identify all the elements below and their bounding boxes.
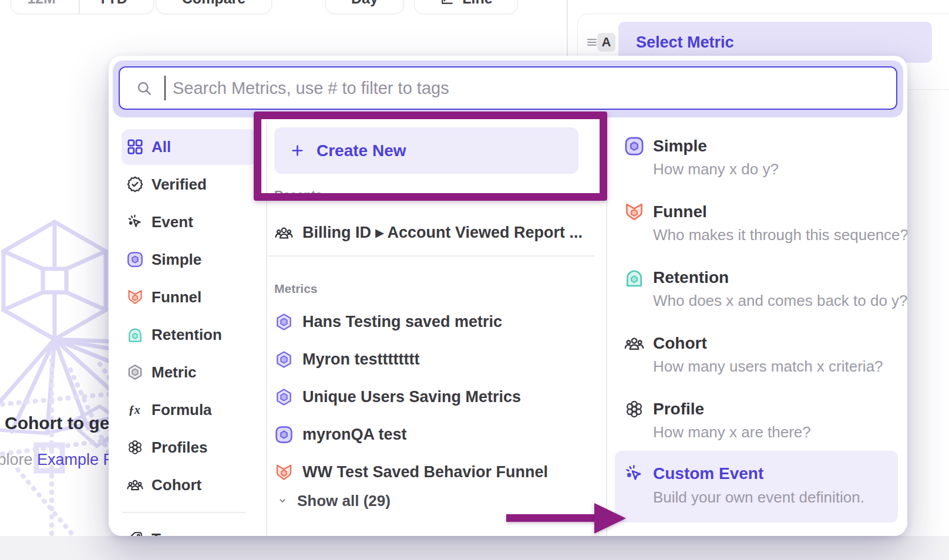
sidebar-item-label: Profiles (152, 438, 207, 457)
date-range-segmented-control: 12M YTD (11, 0, 154, 14)
sidebar-item-label: Verified (152, 176, 207, 194)
sidebar-item-verified[interactable]: Verified (126, 174, 207, 194)
verified-seal-icon (126, 176, 144, 193)
sidebar-item-cohort[interactable]: Cohort (126, 475, 201, 495)
sidebar-item-label: Simple (152, 251, 201, 269)
chart-type-line-label: Line (462, 0, 492, 7)
retention-badge-icon (624, 267, 645, 288)
sidebar-item-simple[interactable]: Simple (126, 249, 201, 269)
metric-hex-icon (274, 350, 294, 369)
metric-row-badge-label: A (602, 35, 611, 50)
example-reports-link[interactable]: Example R (37, 451, 115, 468)
retention-badge-icon (126, 326, 144, 343)
profiles-flower-icon (126, 438, 144, 456)
sidebar-item-event[interactable]: Event (126, 212, 193, 232)
sidebar-item-label: Formula (152, 401, 212, 419)
annotation-highlight-box (254, 112, 607, 201)
sidebar-item-label: Retention (152, 326, 222, 344)
metric-badge-icon (126, 363, 144, 381)
recent-item-label: Billing ID ▸ Account Viewed Report ... (302, 223, 583, 242)
metric-hex-icon (274, 312, 294, 332)
line-chart-icon (439, 0, 455, 6)
show-all-toggle[interactable]: Show all (29) (276, 492, 391, 510)
empty-state-subline-fragment: xplore (0, 451, 37, 468)
sidebar-item-metric[interactable]: Metric (126, 362, 197, 382)
sidebar-item-label: T (152, 530, 161, 537)
sidebar-item-profiles[interactable]: Profiles (126, 437, 207, 457)
chart-type-line-button[interactable]: Line (414, 0, 518, 14)
metric-list-item[interactable]: Myron testttttttt (274, 349, 419, 369)
cohort-people-icon (126, 476, 144, 494)
metric-item-label: WW Test Saved Behavior Funnel (302, 463, 548, 481)
range-ytd-button[interactable]: YTD (87, 0, 153, 14)
simple-badge-icon (624, 136, 645, 157)
sidebar-item-label: Metric (152, 363, 197, 382)
sidebar-item-all[interactable]: All (126, 137, 171, 157)
segment-divider (79, 0, 80, 14)
metrics-section-label: Metrics (274, 282, 318, 296)
custom-event-icon (624, 463, 645, 484)
cohort-people-icon (274, 223, 294, 242)
sidebar-item-label: Cohort (152, 476, 201, 494)
type-description: Who does x and comes back to do y? (653, 291, 907, 311)
range-12m-button[interactable]: 12M (11, 0, 72, 14)
empty-state-subline: xplore Example R (0, 451, 115, 469)
metric-list-item[interactable]: myronQA test (274, 424, 407, 444)
metric-list-item[interactable]: Unique Users Saving Metrics (274, 387, 521, 407)
metric-search-field[interactable] (119, 66, 897, 110)
event-cursor-icon (126, 213, 144, 231)
cohort-people-icon (624, 333, 645, 354)
sidebar-item-label: Event (152, 213, 193, 231)
type-description: How many users match x criteria? (653, 357, 883, 376)
metric-item-label: Hans Testing saved metric (302, 313, 502, 331)
metric-list-item[interactable]: WW Test Saved Behavior Funnel (274, 462, 548, 482)
range-ytd-label: YTD (98, 0, 127, 7)
chevron-down-icon (276, 494, 289, 507)
type-name: Cohort (653, 333, 707, 354)
interval-day-button[interactable]: Day (325, 0, 404, 14)
sidebar-item-label: All (152, 138, 171, 156)
grid-icon (126, 138, 144, 156)
metric-item-label: Myron testttttttt (302, 350, 419, 369)
sidebar-item-funnel[interactable]: Funnel (126, 287, 201, 307)
search-icon (135, 79, 153, 97)
type-description: How many x do y? (653, 160, 779, 179)
sidebar-item-partial[interactable]: T (126, 529, 161, 536)
empty-state-wireframe-illustration (0, 194, 117, 546)
text-cursor (164, 76, 166, 100)
bottom-background-band (0, 536, 949, 560)
sidebar-item-retention[interactable]: Retention (126, 325, 222, 345)
app-screen: 12M YTD Compare Day Line A Select Metric (0, 0, 949, 560)
recents-metrics-divider (267, 255, 595, 257)
select-metric-label: Select Metric (636, 33, 734, 52)
sidebar-item-label: Funnel (152, 288, 201, 306)
type-name: Funnel (653, 201, 707, 222)
type-name: Retention (653, 267, 729, 288)
metric-item-label: Unique Users Saving Metrics (302, 388, 521, 406)
simple-badge-icon (126, 251, 144, 268)
type-name: Profile (653, 399, 704, 420)
type-name: Custom Event (653, 463, 763, 484)
range-12m-label: 12M (27, 0, 56, 7)
metric-item-label: myronQA test (302, 426, 407, 444)
interval-day-label: Day (351, 0, 378, 7)
formula-icon: ƒx (126, 401, 144, 419)
type-name: Simple (653, 136, 707, 157)
metric-list-item[interactable]: Hans Testing saved metric (274, 312, 502, 332)
metric-row-badge: A (597, 33, 615, 52)
funnel-badge-icon (274, 463, 294, 482)
type-description: Build your own event definition. (653, 488, 864, 507)
annotation-arrow-head (594, 503, 626, 534)
compare-button[interactable]: Compare (156, 0, 272, 14)
tag-icon (126, 530, 144, 536)
funnel-badge-icon (126, 288, 144, 306)
sidebar-item-formula[interactable]: ƒx Formula (126, 400, 212, 420)
recent-item[interactable]: Billing ID ▸ Account Viewed Report ... (274, 222, 583, 242)
panel-divider (567, 0, 568, 56)
chevron-down-icon (132, 0, 142, 4)
funnel-badge-icon (624, 201, 645, 222)
search-input[interactable] (171, 78, 896, 99)
simple-badge-icon (274, 425, 294, 444)
type-custom-event[interactable]: Custom Event Build your own event defini… (615, 451, 898, 522)
compare-label: Compare (182, 0, 245, 7)
